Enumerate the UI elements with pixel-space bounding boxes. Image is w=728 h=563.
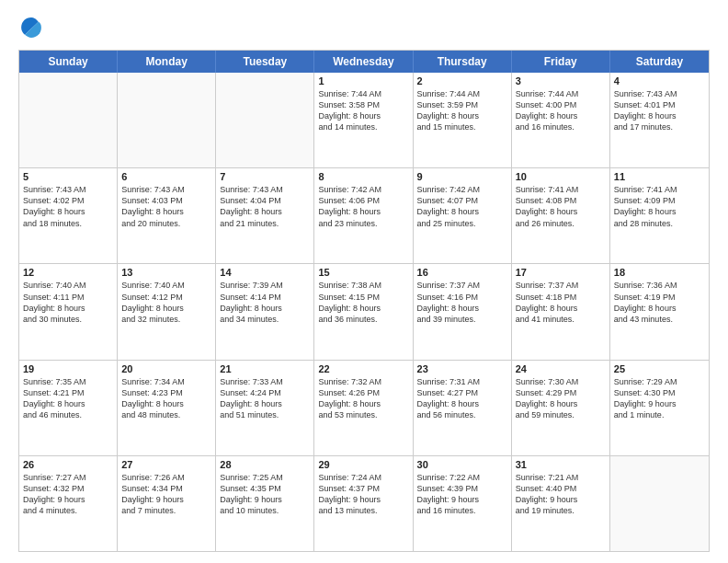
cell-text: Sunrise: 7:38 AM Sunset: 4:15 PM Dayligh… — [318, 280, 408, 325]
day-number: 26 — [23, 459, 113, 470]
cell-text: Sunrise: 7:40 AM Sunset: 4:12 PM Dayligh… — [121, 280, 211, 325]
day-number: 11 — [614, 171, 705, 182]
day-number: 12 — [23, 267, 113, 278]
calendar-cell-4-3: 29Sunrise: 7:24 AM Sunset: 4:37 PM Dayli… — [314, 456, 413, 551]
calendar-row-2: 12Sunrise: 7:40 AM Sunset: 4:11 PM Dayli… — [19, 263, 709, 359]
calendar-cell-2-0: 12Sunrise: 7:40 AM Sunset: 4:11 PM Dayli… — [19, 264, 118, 359]
calendar-cell-2-3: 15Sunrise: 7:38 AM Sunset: 4:15 PM Dayli… — [314, 264, 413, 359]
calendar-cell-0-3: 1Sunrise: 7:44 AM Sunset: 3:58 PM Daylig… — [314, 73, 413, 167]
header-day-sunday: Sunday — [19, 51, 118, 73]
calendar-cell-4-6 — [610, 456, 709, 551]
cell-text: Sunrise: 7:34 AM Sunset: 4:23 PM Dayligh… — [121, 376, 211, 421]
cell-text: Sunrise: 7:36 AM Sunset: 4:19 PM Dayligh… — [614, 280, 705, 325]
day-number: 5 — [23, 171, 113, 182]
day-number: 27 — [121, 459, 211, 470]
day-number: 22 — [318, 363, 408, 374]
calendar-cell-2-6: 18Sunrise: 7:36 AM Sunset: 4:19 PM Dayli… — [610, 264, 709, 359]
cell-text: Sunrise: 7:37 AM Sunset: 4:16 PM Dayligh… — [417, 280, 507, 325]
day-number: 8 — [318, 171, 408, 182]
calendar-cell-3-4: 23Sunrise: 7:31 AM Sunset: 4:27 PM Dayli… — [414, 361, 512, 455]
cell-text: Sunrise: 7:44 AM Sunset: 3:58 PM Dayligh… — [318, 88, 408, 133]
calendar-cell-3-6: 25Sunrise: 7:29 AM Sunset: 4:30 PM Dayli… — [610, 361, 709, 455]
cell-text: Sunrise: 7:44 AM Sunset: 4:00 PM Dayligh… — [516, 88, 606, 133]
cell-text: Sunrise: 7:26 AM Sunset: 4:34 PM Dayligh… — [121, 472, 211, 517]
calendar-cell-3-1: 20Sunrise: 7:34 AM Sunset: 4:23 PM Dayli… — [118, 361, 216, 455]
day-number: 29 — [318, 459, 408, 470]
calendar-cell-1-3: 8Sunrise: 7:42 AM Sunset: 4:06 PM Daylig… — [314, 168, 413, 263]
calendar-cell-2-5: 17Sunrise: 7:37 AM Sunset: 4:18 PM Dayli… — [512, 264, 610, 359]
calendar-cell-0-5: 3Sunrise: 7:44 AM Sunset: 4:00 PM Daylig… — [512, 73, 610, 167]
calendar-header: SundayMondayTuesdayWednesdayThursdayFrid… — [19, 51, 709, 73]
calendar-body: 1Sunrise: 7:44 AM Sunset: 3:58 PM Daylig… — [19, 73, 709, 551]
calendar-row-4: 26Sunrise: 7:27 AM Sunset: 4:32 PM Dayli… — [19, 455, 709, 551]
day-number: 2 — [417, 75, 507, 86]
calendar-cell-1-6: 11Sunrise: 7:41 AM Sunset: 4:09 PM Dayli… — [610, 168, 709, 263]
cell-text: Sunrise: 7:43 AM Sunset: 4:04 PM Dayligh… — [220, 184, 310, 229]
page: SundayMondayTuesdayWednesdayThursdayFrid… — [0, 0, 728, 563]
calendar-cell-0-6: 4Sunrise: 7:43 AM Sunset: 4:01 PM Daylig… — [610, 73, 709, 167]
day-number: 17 — [516, 267, 606, 278]
cell-text: Sunrise: 7:42 AM Sunset: 4:06 PM Dayligh… — [318, 184, 408, 229]
cell-text: Sunrise: 7:40 AM Sunset: 4:11 PM Dayligh… — [23, 280, 113, 325]
day-number: 24 — [516, 363, 606, 374]
cell-text: Sunrise: 7:29 AM Sunset: 4:30 PM Dayligh… — [614, 376, 705, 421]
logo-icon — [18, 15, 44, 40]
calendar-cell-1-0: 5Sunrise: 7:43 AM Sunset: 4:02 PM Daylig… — [19, 168, 118, 263]
day-number: 6 — [121, 171, 211, 182]
calendar-row-0: 1Sunrise: 7:44 AM Sunset: 3:58 PM Daylig… — [19, 73, 709, 167]
calendar-cell-0-0 — [19, 73, 118, 167]
cell-text: Sunrise: 7:39 AM Sunset: 4:14 PM Dayligh… — [220, 280, 310, 325]
calendar-cell-1-2: 7Sunrise: 7:43 AM Sunset: 4:04 PM Daylig… — [216, 168, 314, 263]
calendar-row-1: 5Sunrise: 7:43 AM Sunset: 4:02 PM Daylig… — [19, 167, 709, 263]
day-number: 7 — [220, 171, 310, 182]
calendar-cell-4-1: 27Sunrise: 7:26 AM Sunset: 4:34 PM Dayli… — [118, 456, 216, 551]
cell-text: Sunrise: 7:30 AM Sunset: 4:29 PM Dayligh… — [516, 376, 606, 421]
day-number: 18 — [614, 267, 705, 278]
day-number: 20 — [121, 363, 211, 374]
day-number: 1 — [318, 75, 408, 86]
calendar-cell-4-4: 30Sunrise: 7:22 AM Sunset: 4:39 PM Dayli… — [414, 456, 512, 551]
calendar-cell-0-2 — [216, 73, 314, 167]
cell-text: Sunrise: 7:32 AM Sunset: 4:26 PM Dayligh… — [318, 376, 408, 421]
calendar-cell-3-2: 21Sunrise: 7:33 AM Sunset: 4:24 PM Dayli… — [216, 361, 314, 455]
header-day-friday: Friday — [512, 51, 610, 73]
day-number: 16 — [417, 267, 507, 278]
calendar-cell-4-5: 31Sunrise: 7:21 AM Sunset: 4:40 PM Dayli… — [512, 456, 610, 551]
calendar-cell-0-1 — [118, 73, 216, 167]
cell-text: Sunrise: 7:44 AM Sunset: 3:59 PM Dayligh… — [417, 88, 507, 133]
calendar-cell-1-1: 6Sunrise: 7:43 AM Sunset: 4:03 PM Daylig… — [118, 168, 216, 263]
cell-text: Sunrise: 7:21 AM Sunset: 4:40 PM Dayligh… — [516, 472, 606, 517]
calendar-cell-1-4: 9Sunrise: 7:42 AM Sunset: 4:07 PM Daylig… — [414, 168, 512, 263]
calendar-cell-3-5: 24Sunrise: 7:30 AM Sunset: 4:29 PM Dayli… — [512, 361, 610, 455]
calendar-row-3: 19Sunrise: 7:35 AM Sunset: 4:21 PM Dayli… — [19, 360, 709, 455]
header — [18, 15, 710, 40]
calendar-cell-2-1: 13Sunrise: 7:40 AM Sunset: 4:12 PM Dayli… — [118, 264, 216, 359]
day-number: 21 — [220, 363, 310, 374]
cell-text: Sunrise: 7:22 AM Sunset: 4:39 PM Dayligh… — [417, 472, 507, 517]
logo — [18, 15, 48, 40]
cell-text: Sunrise: 7:42 AM Sunset: 4:07 PM Dayligh… — [417, 184, 507, 229]
day-number: 4 — [614, 75, 705, 86]
calendar-cell-0-4: 2Sunrise: 7:44 AM Sunset: 3:59 PM Daylig… — [414, 73, 512, 167]
cell-text: Sunrise: 7:43 AM Sunset: 4:02 PM Dayligh… — [23, 184, 113, 229]
cell-text: Sunrise: 7:37 AM Sunset: 4:18 PM Dayligh… — [516, 280, 606, 325]
header-day-tuesday: Tuesday — [216, 51, 314, 73]
day-number: 28 — [220, 459, 310, 470]
day-number: 3 — [516, 75, 606, 86]
header-day-saturday: Saturday — [610, 51, 709, 73]
calendar: SundayMondayTuesdayWednesdayThursdayFrid… — [18, 50, 710, 552]
day-number: 10 — [516, 171, 606, 182]
cell-text: Sunrise: 7:35 AM Sunset: 4:21 PM Dayligh… — [23, 376, 113, 421]
day-number: 23 — [417, 363, 507, 374]
cell-text: Sunrise: 7:41 AM Sunset: 4:09 PM Dayligh… — [614, 184, 705, 229]
cell-text: Sunrise: 7:27 AM Sunset: 4:32 PM Dayligh… — [23, 472, 113, 517]
cell-text: Sunrise: 7:24 AM Sunset: 4:37 PM Dayligh… — [318, 472, 408, 517]
calendar-cell-4-0: 26Sunrise: 7:27 AM Sunset: 4:32 PM Dayli… — [19, 456, 118, 551]
day-number: 25 — [614, 363, 705, 374]
cell-text: Sunrise: 7:33 AM Sunset: 4:24 PM Dayligh… — [220, 376, 310, 421]
cell-text: Sunrise: 7:43 AM Sunset: 4:03 PM Dayligh… — [121, 184, 211, 229]
cell-text: Sunrise: 7:43 AM Sunset: 4:01 PM Dayligh… — [614, 88, 705, 133]
day-number: 30 — [417, 459, 507, 470]
day-number: 13 — [121, 267, 211, 278]
day-number: 31 — [516, 459, 606, 470]
